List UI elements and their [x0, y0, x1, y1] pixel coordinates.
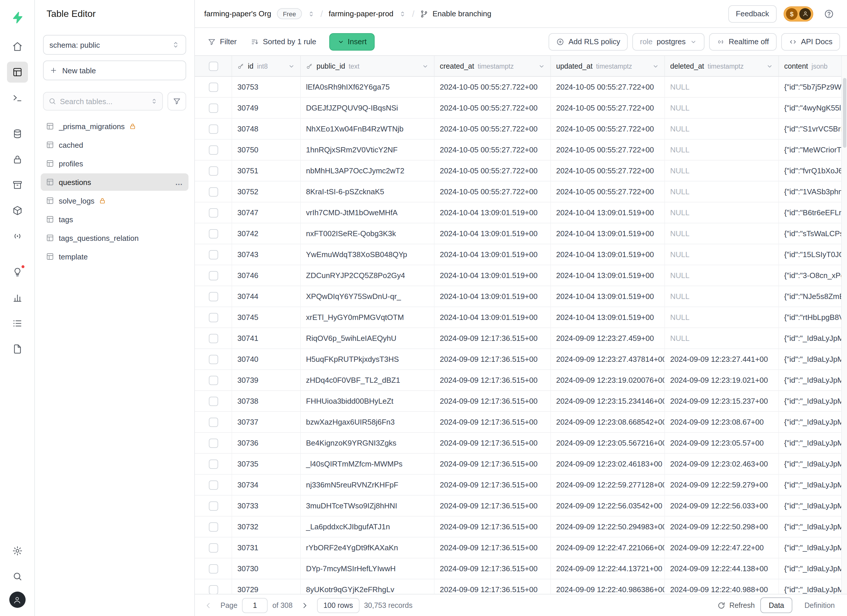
cell-id[interactable]: 30752: [232, 181, 301, 202]
cell-deleted-at[interactable]: 2024-09-09 12:23:15.237+00: [665, 391, 779, 411]
cell-deleted-at[interactable]: NULL: [665, 244, 779, 265]
row-checkbox[interactable]: [208, 187, 218, 196]
table-row[interactable]: 30731 rYbORF2e4YgDt9fKAXaKn 2024-09-09 1…: [195, 538, 847, 559]
table-row[interactable]: 30733 3muDHTceTWso9IZj8hHNI 2024-09-09 1…: [195, 495, 847, 517]
table-item-menu[interactable]: …: [175, 178, 183, 186]
cell-updated-at[interactable]: 2024-09-09 12:23:15.234146+00: [551, 391, 665, 411]
cell-created-at[interactable]: 2024-10-04 13:09:01.519+00: [435, 307, 551, 327]
cell-deleted-at[interactable]: NULL: [665, 202, 779, 223]
table-row[interactable]: 30746 ZDCunRYJP2CQ5Z8Po2Gy4 2024-10-04 1…: [195, 265, 847, 286]
supabase-logo-icon[interactable]: [7, 7, 28, 28]
sidebar-table-item[interactable]: _prisma_migrations: [41, 118, 189, 135]
cell-updated-at[interactable]: 2024-09-09 12:22:50.294983+00: [551, 517, 665, 537]
cell-id[interactable]: 30743: [232, 244, 301, 265]
cell-deleted-at[interactable]: 2024-09-09 12:22:56.033+00: [665, 495, 779, 516]
view-definition-button[interactable]: Definition: [798, 597, 841, 613]
row-checkbox[interactable]: [208, 376, 218, 385]
row-checkbox[interactable]: [208, 166, 218, 175]
cell-id[interactable]: 30749: [232, 98, 301, 118]
cell-id[interactable]: 30745: [232, 307, 301, 327]
next-page-button[interactable]: [297, 598, 312, 613]
cell-updated-at[interactable]: 2024-10-05 00:55:27.722+00: [551, 161, 665, 181]
cell-updated-at[interactable]: 2024-10-04 13:09:01.519+00: [551, 244, 665, 265]
settings-icon[interactable]: [7, 540, 28, 561]
column-header-cell[interactable]: public_id text: [301, 56, 435, 76]
cell-public-id[interactable]: DGEJfJZPQUV9Q-IBqsNSi: [301, 98, 435, 118]
project-switcher-icon[interactable]: [399, 10, 406, 17]
cell-created-at[interactable]: 2024-10-05 00:55:27.722+00: [435, 98, 551, 118]
cell-content[interactable]: {"id":"1VASb3phnXXkQPCpv: [779, 181, 847, 202]
cell-public-id[interactable]: _La6pddxcKJIbgufATJ1n: [301, 517, 435, 537]
cell-created-at[interactable]: 2024-09-09 12:17:36.515+00: [435, 475, 551, 495]
cell-id[interactable]: 30747: [232, 202, 301, 223]
prev-page-button[interactable]: [201, 598, 216, 613]
page-number-input[interactable]: [242, 598, 268, 613]
cell-id[interactable]: 30750: [232, 140, 301, 160]
cell-content[interactable]: {"id":"3-O8cn_xPgs0cVxqKE: [779, 265, 847, 286]
cell-deleted-at[interactable]: 2024-09-09 12:23:27.441+00: [665, 349, 779, 369]
row-checkbox[interactable]: [208, 438, 218, 448]
usage-warning-badge[interactable]: $: [784, 6, 813, 21]
cell-content[interactable]: {"id":"_Id9aLyJpMHQLaiQG: [779, 454, 847, 474]
table-row[interactable]: 30748 NhXEo1Xw04FnB4RzWTNjb 2024-10-05 0…: [195, 119, 847, 140]
row-checkbox[interactable]: [208, 229, 218, 238]
cell-created-at[interactable]: 2024-10-04 13:09:01.519+00: [435, 223, 551, 244]
cell-id[interactable]: 30746: [232, 265, 301, 286]
api-docs-icon[interactable]: [7, 339, 28, 360]
vertical-scrollbar[interactable]: [841, 56, 847, 594]
row-checkbox[interactable]: [208, 312, 218, 322]
table-row[interactable]: 30752 8KraI-tSI-6-pSZcknaK5 2024-10-05 0…: [195, 181, 847, 202]
cell-public-id[interactable]: rYbORF2e4YgDt9fKAXaKn: [301, 538, 435, 558]
row-checkbox[interactable]: [208, 145, 218, 155]
cell-id[interactable]: 30748: [232, 119, 301, 139]
cell-deleted-at[interactable]: NULL: [665, 181, 779, 202]
cell-id[interactable]: 30737: [232, 412, 301, 432]
sidebar-table-item[interactable]: questions …: [41, 173, 189, 191]
cell-deleted-at[interactable]: NULL: [665, 140, 779, 160]
row-checkbox[interactable]: [208, 292, 218, 301]
row-checkbox[interactable]: [208, 334, 218, 343]
cell-created-at[interactable]: 2024-10-05 00:55:27.722+00: [435, 140, 551, 160]
row-checkbox[interactable]: [208, 355, 218, 364]
cell-deleted-at[interactable]: 2024-09-09 12:22:59.279+00: [665, 475, 779, 495]
cell-deleted-at[interactable]: NULL: [665, 286, 779, 307]
sql-editor-icon[interactable]: [7, 87, 28, 108]
sidebar-table-item[interactable]: profiles: [41, 155, 189, 172]
table-row[interactable]: 30734 nj336mN5reuRVNZrKHFpF 2024-09-09 1…: [195, 475, 847, 495]
table-row[interactable]: 30737 bzwXazHgax6UIR58j6Fn3 2024-09-09 1…: [195, 412, 847, 433]
cell-created-at[interactable]: 2024-09-09 12:17:36.515+00: [435, 412, 551, 432]
cell-content[interactable]: {"id":"15LSIyT0JGMf3Kl4Vn: [779, 244, 847, 265]
cell-content[interactable]: {"id":"_Id9aLyJpMHQLaiQG: [779, 433, 847, 453]
cell-public-id[interactable]: RiqOV6p_5wihLeIAEQyhU: [301, 328, 435, 348]
storage-icon[interactable]: [7, 174, 28, 196]
cell-content[interactable]: {"id":"_Id9aLyJpMHQLaiQG: [779, 391, 847, 411]
cell-created-at[interactable]: 2024-10-04 13:09:01.519+00: [435, 202, 551, 223]
cell-updated-at[interactable]: 2024-10-04 13:09:01.519+00: [551, 202, 665, 223]
edge-functions-icon[interactable]: [7, 200, 28, 221]
cell-deleted-at[interactable]: NULL: [665, 98, 779, 118]
cell-public-id[interactable]: nxFT002ISeRE-Qobg3K3k: [301, 223, 435, 244]
cell-public-id[interactable]: _l40sQIRTmMZfcm-MWMPs: [301, 454, 435, 474]
cell-updated-at[interactable]: 2024-10-05 00:55:27.722+00: [551, 98, 665, 118]
cell-public-id[interactable]: vrIh7CMD-JtM1bOweMHfA: [301, 202, 435, 223]
table-row[interactable]: 30744 XPQwDIqY6Y75SwDnU-qr_ 2024-10-04 1…: [195, 286, 847, 307]
cell-created-at[interactable]: 2024-10-04 13:09:01.519+00: [435, 244, 551, 265]
cell-updated-at[interactable]: 2024-09-09 12:22:40.986386+00: [551, 579, 665, 594]
table-editor-icon[interactable]: [7, 62, 28, 83]
cell-deleted-at[interactable]: 2024-09-09 12:22:50.298+00: [665, 517, 779, 537]
advisors-icon[interactable]: [7, 262, 28, 283]
breadcrumb-org[interactable]: farming-paper's Org: [204, 9, 271, 18]
column-menu-chevron-icon[interactable]: [288, 62, 295, 69]
cell-content[interactable]: {"id":"_Id9aLyJpMHQLaiQG: [779, 412, 847, 432]
cell-created-at[interactable]: 2024-09-09 12:17:36.515+00: [435, 454, 551, 474]
table-row[interactable]: 30738 FHHUioa3bidd00BHyLeZt 2024-09-09 1…: [195, 391, 847, 412]
cell-created-at[interactable]: 2024-09-09 12:17:36.515+00: [435, 495, 551, 516]
table-row[interactable]: 30745 xrETl_HyGY0mPMGVqtOTM 2024-10-04 1…: [195, 307, 847, 328]
cell-created-at[interactable]: 2024-09-09 12:17:36.515+00: [435, 559, 551, 579]
cell-public-id[interactable]: DYp-7mcyMSIrHefLYIwwH: [301, 559, 435, 579]
reports-icon[interactable]: [7, 287, 28, 308]
logs-icon[interactable]: [7, 313, 28, 334]
cell-id[interactable]: 30736: [232, 433, 301, 453]
column-header-cell[interactable]: created_at timestamptz: [435, 56, 551, 76]
help-icon[interactable]: [820, 5, 838, 22]
